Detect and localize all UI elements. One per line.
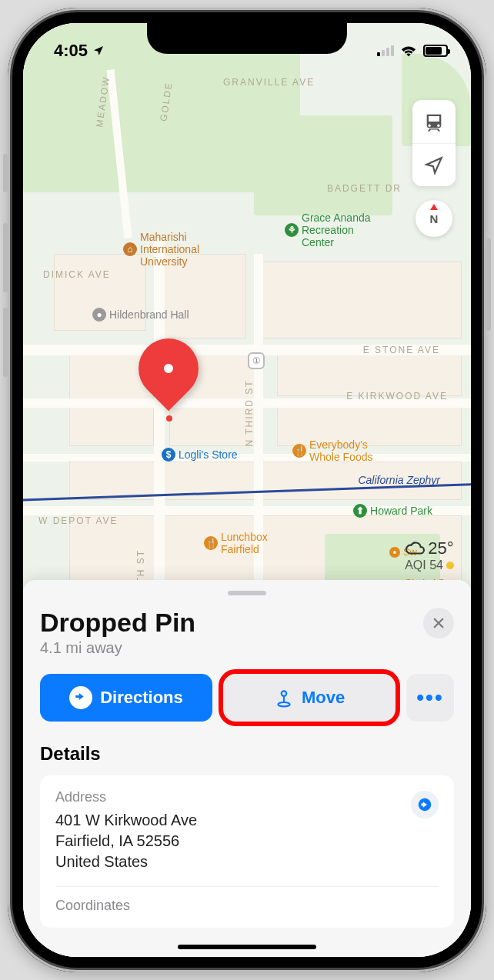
arrow-icon xyxy=(418,798,432,812)
close-button[interactable] xyxy=(423,608,454,638)
poi-miu[interactable]: ⌂ Maharishi International University xyxy=(123,231,199,268)
road-nthird: N THIRD ST xyxy=(244,379,255,446)
place-sheet: Dropped Pin 4.1 mi away Directions xyxy=(23,580,471,957)
status-time: 4:05 xyxy=(54,41,88,61)
more-button[interactable]: ••• xyxy=(406,674,454,722)
directions-button[interactable]: Directions xyxy=(40,674,212,722)
map-controls xyxy=(412,100,456,186)
road-wdepot: W DEPOT AVE xyxy=(38,515,118,526)
compass-button[interactable]: N xyxy=(416,200,452,237)
svg-point-1 xyxy=(278,702,289,706)
unknown-marker: ① xyxy=(248,352,265,369)
location-services-icon xyxy=(92,45,105,57)
sheet-grabber[interactable] xyxy=(228,591,266,595)
road-ekirkwood: E KIRKWOOD AVE xyxy=(346,391,448,402)
poi-hildenbrand[interactable]: ● Hildenbrand Hall xyxy=(92,308,189,322)
locate-button[interactable] xyxy=(412,143,456,186)
cloud-icon xyxy=(405,538,425,558)
move-pin-icon xyxy=(274,688,294,708)
road-badgett: BADGETT DR xyxy=(327,183,402,194)
sheet-title: Dropped Pin xyxy=(40,608,195,638)
weather-chip[interactable]: 25° AQI 54 xyxy=(405,538,454,572)
sheet-subtitle: 4.1 mi away xyxy=(40,639,195,657)
address-line2: Fairfield, IA 52556 xyxy=(55,831,439,852)
dropped-pin-dot xyxy=(166,415,172,422)
address-label: Address xyxy=(55,789,439,805)
road-dimick: DIMICK AVE xyxy=(43,269,111,280)
wifi-icon xyxy=(400,45,417,57)
poi-everybody[interactable]: 🍴 Everybody's Whole Foods xyxy=(292,438,372,463)
address-card: Address 401 W Kirkwood Ave Fairfield, IA… xyxy=(40,775,454,928)
svg-point-0 xyxy=(282,691,287,696)
aqi-dot xyxy=(446,562,454,569)
transit-button[interactable] xyxy=(412,100,456,143)
road-granville: GRANVILLE AVE xyxy=(223,77,315,88)
cellular-icon xyxy=(377,45,394,56)
road-estone: E STONE AVE xyxy=(363,345,440,355)
details-heading: Details xyxy=(40,743,454,765)
directions-icon xyxy=(69,686,92,709)
address-line3: United States xyxy=(55,852,439,872)
move-button[interactable]: Move xyxy=(223,674,396,722)
close-icon xyxy=(432,616,446,630)
battery-icon xyxy=(423,45,448,57)
poi-logli[interactable]: $ Logli's Store xyxy=(162,448,238,462)
poi-grace[interactable]: ⚘ Grace Ananda Recreation Center xyxy=(285,212,371,248)
rail-label: California Zephyr xyxy=(358,474,440,486)
address-line1: 401 W Kirkwood Ave xyxy=(55,810,439,831)
home-indicator[interactable] xyxy=(178,945,316,949)
address-directions-button[interactable] xyxy=(411,791,439,818)
poi-lunchbox[interactable]: 🍴 Lunchbox Fairfield xyxy=(204,531,268,555)
poi-howard[interactable]: ⬆ Howard Park xyxy=(353,504,432,518)
coordinates-label: Coordinates xyxy=(55,886,439,914)
